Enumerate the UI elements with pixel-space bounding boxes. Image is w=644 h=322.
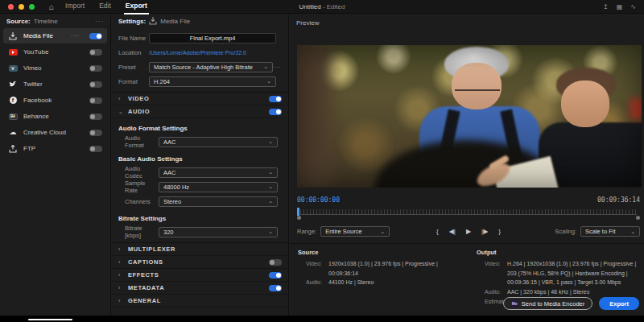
vimeo-toggle[interactable] bbox=[89, 65, 102, 72]
premiere-export-window: ⌂ Import Edit Export Untitled - Edited ↥… bbox=[0, 0, 644, 316]
destination-behance[interactable]: Bē Behance bbox=[3, 109, 107, 124]
destination-media-file[interactable]: Media File ··· bbox=[3, 28, 107, 43]
zoom-handle-left[interactable] bbox=[297, 216, 301, 220]
channels-value: Stereo bbox=[163, 198, 181, 205]
preview-heading: Preview bbox=[296, 19, 319, 27]
tab-edit[interactable]: Edit bbox=[97, 0, 113, 14]
basic-audio-settings-heading: Basic Audio Settings bbox=[112, 149, 288, 165]
section-metadata[interactable]: › METADATA bbox=[112, 282, 288, 295]
mark-in-button[interactable]: { bbox=[436, 228, 439, 235]
destination-more-button[interactable]: ··· bbox=[71, 32, 80, 39]
titlebar: ⌂ Import Edit Export Untitled - Edited ↥… bbox=[0, 0, 644, 14]
output-audio-label: Audio: bbox=[485, 287, 504, 297]
export-footer: Me Send to Media Encoder Export bbox=[503, 297, 639, 310]
section-captions[interactable]: › CAPTIONS bbox=[112, 256, 288, 269]
range-label: Range: bbox=[297, 228, 316, 235]
twitter-toggle[interactable] bbox=[89, 81, 102, 88]
zoom-handle-right[interactable] bbox=[636, 216, 640, 220]
audio-format-select[interactable]: AAC ⌄ bbox=[159, 137, 278, 147]
video-toggle[interactable] bbox=[269, 96, 282, 102]
step-forward-button[interactable]: |▶ bbox=[481, 228, 488, 235]
metadata-toggle[interactable] bbox=[269, 285, 282, 291]
file-name-input[interactable] bbox=[149, 33, 276, 43]
audio-format-settings-heading: Audio Format Settings bbox=[112, 118, 288, 134]
preset-label: Preset bbox=[118, 64, 149, 71]
sample-rate-row: Sample Rate 48000 Hz ⌄ bbox=[112, 180, 288, 194]
file-name-row: File Name bbox=[112, 31, 288, 45]
section-label: CAPTIONS bbox=[128, 258, 163, 266]
timeline-ticks bbox=[300, 209, 637, 215]
destination-youtube[interactable]: YouTube bbox=[3, 44, 107, 60]
scaling-select[interactable]: Scale to Fit ⌄ bbox=[580, 226, 640, 237]
destination-creative-cloud[interactable]: ☁ Creative Cloud bbox=[3, 125, 107, 140]
settings-header: Settings: Media File bbox=[112, 14, 288, 27]
media-file-icon bbox=[8, 32, 18, 40]
media-file-toggle[interactable] bbox=[89, 33, 102, 39]
destinations-panel: Source: Timeline ··· Media File ··· YouT… bbox=[0, 14, 111, 316]
settings-media-file-icon bbox=[149, 17, 157, 25]
range-select[interactable]: Entire Source ⌄ bbox=[320, 226, 390, 237]
chevron-down-icon: ⌄ bbox=[268, 138, 273, 145]
timeline-scrubber[interactable] bbox=[297, 209, 640, 219]
zoom-range-bar bbox=[297, 217, 640, 219]
channels-select[interactable]: Stereo ⌄ bbox=[159, 196, 278, 207]
close-window-button[interactable] bbox=[8, 4, 14, 10]
youtube-toggle[interactable] bbox=[89, 49, 102, 56]
ftp-toggle[interactable] bbox=[89, 146, 102, 152]
minimize-window-button[interactable] bbox=[19, 4, 24, 10]
destination-ftp[interactable]: FTP bbox=[3, 141, 107, 156]
preset-select[interactable]: Match Source - Adaptive High Bitrate ⌄ bbox=[149, 62, 273, 72]
source-more-button[interactable]: ··· bbox=[95, 18, 104, 25]
channels-row: Channels Stereo ⌄ bbox=[112, 194, 288, 208]
bitrate-select[interactable]: 320 ⌄ bbox=[159, 227, 278, 237]
section-effects[interactable]: › EFFECTS bbox=[112, 269, 288, 282]
audio-codec-select[interactable]: AAC ⌄ bbox=[159, 167, 278, 178]
tab-export[interactable]: Export bbox=[124, 0, 149, 14]
source-audio-label: Audio: bbox=[306, 278, 325, 287]
effects-toggle[interactable] bbox=[269, 272, 282, 279]
chevron-down-icon: ⌄ bbox=[118, 109, 123, 115]
mark-out-button[interactable]: } bbox=[498, 228, 501, 235]
timecode-row: 00:00:00:00 00:09:36:14 bbox=[297, 196, 640, 204]
play-button[interactable]: ▶ bbox=[466, 228, 471, 235]
section-label: EFFECTS bbox=[128, 271, 159, 279]
section-general[interactable]: › GENERAL bbox=[112, 295, 288, 308]
quick-export-icon[interactable]: ↥ bbox=[603, 3, 609, 10]
chevron-down-icon: ⌄ bbox=[630, 229, 635, 235]
home-icon[interactable]: ⌂ bbox=[49, 2, 54, 11]
sample-rate-value: 48000 Hz bbox=[163, 184, 189, 191]
send-to-media-encoder-button[interactable]: Me Send to Media Encoder bbox=[503, 297, 592, 310]
captions-toggle[interactable] bbox=[269, 259, 282, 266]
sample-rate-select[interactable]: 48000 Hz ⌄ bbox=[159, 182, 278, 192]
current-timecode: 00:00:00:00 bbox=[297, 196, 340, 204]
audio-format-label: Audio Format bbox=[125, 134, 159, 149]
preset-more-button[interactable]: ··· bbox=[273, 64, 282, 71]
media-encoder-icon: Me bbox=[511, 300, 518, 308]
section-audio[interactable]: ⌄ AUDIO bbox=[112, 105, 288, 118]
destination-vimeo[interactable]: V Vimeo bbox=[3, 60, 107, 76]
preset-value: Match Source - Adaptive High Bitrate bbox=[154, 64, 253, 71]
creative-cloud-toggle[interactable] bbox=[89, 130, 102, 136]
chevron-down-icon: ⌄ bbox=[266, 78, 271, 85]
preview-panel: Preview 00:00:00 bbox=[290, 14, 644, 316]
export-button[interactable]: Export bbox=[599, 297, 639, 310]
destination-facebook[interactable]: f Facebook bbox=[3, 93, 107, 108]
section-video[interactable]: › VIDEO bbox=[112, 93, 288, 105]
tab-import[interactable]: Import bbox=[64, 0, 86, 14]
audio-format-value: AAC bbox=[163, 138, 175, 146]
behance-toggle[interactable] bbox=[89, 114, 102, 120]
facebook-icon: f bbox=[8, 97, 18, 105]
section-label: METADATA bbox=[128, 284, 164, 291]
playhead[interactable] bbox=[297, 208, 299, 216]
audio-toggle[interactable] bbox=[269, 109, 282, 115]
workspaces-icon[interactable]: ▦ bbox=[617, 3, 623, 10]
progress-dashboard-icon[interactable]: ∿ bbox=[630, 3, 636, 10]
location-link[interactable]: /Users/Lorne/Adobe/Premiere Pro/22.0 bbox=[149, 50, 246, 56]
source-audio-value: 44100 Hz | Stereo bbox=[328, 278, 374, 287]
destination-twitter[interactable]: Twitter bbox=[3, 76, 107, 92]
section-multiplexer[interactable]: › MULTIPLEXER bbox=[112, 243, 288, 256]
maximize-window-button[interactable] bbox=[29, 4, 35, 10]
facebook-toggle[interactable] bbox=[89, 97, 102, 104]
format-select[interactable]: H.264 ⌄ bbox=[149, 76, 276, 87]
step-back-button[interactable]: ◀| bbox=[449, 228, 456, 235]
